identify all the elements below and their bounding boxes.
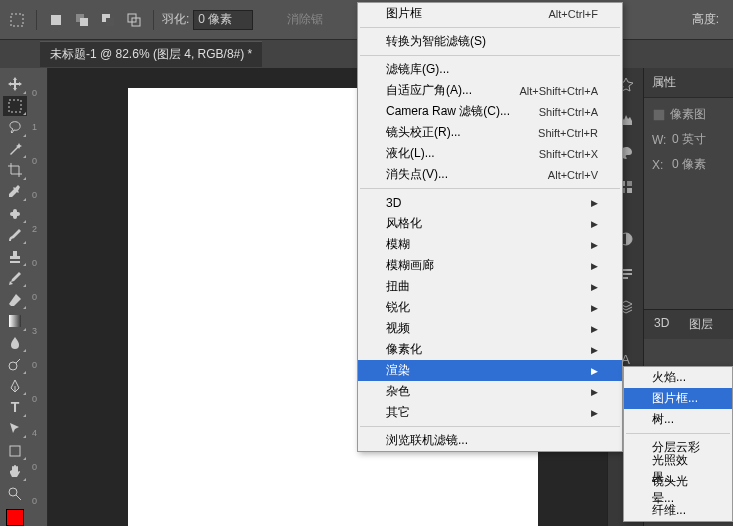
filter-menu-item-19[interactable]: 渲染▶ [358,360,622,381]
filter-menu-item-14[interactable]: 模糊画廊▶ [358,255,622,276]
menu-item-label: 图片框... [652,390,698,407]
history-brush-tool[interactable] [3,268,27,289]
menu-item-label: 液化(L)... [386,145,435,162]
blur-tool[interactable] [3,333,27,354]
tab-layers[interactable]: 图层 [679,310,723,339]
tool-preset-icon[interactable] [6,9,28,31]
menu-item-label: Camera Raw 滤镜(C)... [386,103,510,120]
crop-tool[interactable] [3,160,27,181]
filter-menu-item-8[interactable]: 液化(L)...Shift+Ctrl+X [358,143,622,164]
height-label: 高度: [692,11,719,28]
filter-menu-item-18[interactable]: 像素化▶ [358,339,622,360]
feather-input[interactable] [193,10,253,30]
filter-menu-item-13[interactable]: 模糊▶ [358,234,622,255]
menu-item-label: 图片框 [386,5,422,22]
marquee-tool[interactable] [3,96,27,117]
render-submenu-item-2[interactable]: 树... [624,409,732,430]
filter-menu-item-16[interactable]: 锐化▶ [358,297,622,318]
hand-tool[interactable] [3,462,27,483]
pen-tool[interactable] [3,376,27,397]
gradient-tool[interactable] [3,311,27,332]
pixel-layer-label: 像素图 [670,106,706,123]
menu-shortcut: Shift+Ctrl+A [539,106,598,118]
svg-rect-8 [9,100,21,112]
menu-shortcut: Alt+Shift+Ctrl+A [519,85,598,97]
shape-tool[interactable] [3,440,27,461]
menu-shortcut: Shift+Ctrl+X [539,148,598,160]
svg-point-14 [9,488,17,496]
foreground-color[interactable] [6,509,24,526]
menu-shortcut: Alt+Ctrl+F [548,8,598,20]
x-label: X: [652,158,668,172]
filter-menu-item-12[interactable]: 风格化▶ [358,213,622,234]
heal-tool[interactable] [3,203,27,224]
selection-intersect-icon[interactable] [123,9,145,31]
svg-rect-5 [106,18,114,26]
render-submenu-item-1[interactable]: 图片框... [624,388,732,409]
eraser-tool[interactable] [3,289,27,310]
filter-menu: 图片框Alt+Ctrl+F转换为智能滤镜(S)滤镜库(G)...自适应广角(A)… [357,2,623,452]
render-submenu-item-0[interactable]: 火焰... [624,367,732,388]
svg-rect-3 [80,18,88,26]
menu-item-label: 杂色 [386,383,410,400]
menu-item-label: 风格化 [386,215,422,232]
menu-item-label: 浏览联机滤镜... [386,432,468,449]
menu-item-label: 3D [386,196,401,210]
menu-item-label: 模糊 [386,236,410,253]
path-select-tool[interactable] [3,419,27,440]
brush-tool[interactable] [3,225,27,246]
lasso-tool[interactable] [3,117,27,138]
svg-rect-11 [9,315,21,327]
document-tab-label: 未标题-1 @ 82.6% (图层 4, RGB/8#) * [50,47,252,61]
submenu-arrow-icon: ▶ [591,198,598,208]
antialias-label: 消除锯 [287,11,323,28]
filter-menu-item-21[interactable]: 其它▶ [358,402,622,423]
filter-menu-item-2[interactable]: 转换为智能滤镜(S) [358,31,622,52]
menu-item-label: 镜头校正(R)... [386,124,461,141]
menu-item-label: 滤镜库(G)... [386,61,449,78]
filter-menu-item-9[interactable]: 消失点(V)...Alt+Ctrl+V [358,164,622,185]
menu-item-label: 其它 [386,404,410,421]
filter-menu-item-11[interactable]: 3D▶ [358,192,622,213]
selection-add-icon[interactable] [71,9,93,31]
filter-menu-item-20[interactable]: 杂色▶ [358,381,622,402]
filter-menu-item-23[interactable]: 浏览联机滤镜... [358,430,622,451]
menu-item-label: 视频 [386,320,410,337]
selection-new-icon[interactable] [45,9,67,31]
render-submenu-item-7[interactable]: 纤维... [624,500,732,521]
filter-menu-item-6[interactable]: Camera Raw 滤镜(C)...Shift+Ctrl+A [358,101,622,122]
filter-menu-item-7[interactable]: 镜头校正(R)...Shift+Ctrl+R [358,122,622,143]
submenu-arrow-icon: ▶ [591,408,598,418]
submenu-arrow-icon: ▶ [591,282,598,292]
menu-item-label: 火焰... [652,369,686,386]
menu-shortcut: Alt+Ctrl+V [548,169,598,181]
filter-menu-item-4[interactable]: 滤镜库(G)... [358,59,622,80]
stamp-tool[interactable] [3,246,27,267]
filter-menu-item-17[interactable]: 视频▶ [358,318,622,339]
filter-menu-item-15[interactable]: 扭曲▶ [358,276,622,297]
type-tool[interactable]: T [3,397,27,418]
move-tool[interactable] [3,74,27,95]
properties-panel-header[interactable]: 属性 [644,68,733,98]
wand-tool[interactable] [3,139,27,160]
submenu-arrow-icon: ▶ [591,387,598,397]
menu-item-label: 消失点(V)... [386,166,448,183]
selection-subtract-icon[interactable] [97,9,119,31]
zoom-tool[interactable] [3,483,27,504]
render-submenu-item-6[interactable]: 镜头光晕... [624,479,732,500]
svg-point-12 [9,362,17,370]
svg-rect-23 [654,109,665,120]
tab-3d[interactable]: 3D [644,310,679,339]
filter-menu-item-0[interactable]: 图片框Alt+Ctrl+F [358,3,622,24]
dodge-tool[interactable] [3,354,27,375]
filter-menu-item-5[interactable]: 自适应广角(A)...Alt+Shift+Ctrl+A [358,80,622,101]
eyedropper-tool[interactable] [3,182,27,203]
svg-rect-18 [627,188,632,193]
menu-item-label: 纤维... [652,502,686,519]
svg-rect-16 [627,181,632,186]
menu-item-label: 树... [652,411,674,428]
menu-shortcut: Shift+Ctrl+R [538,127,598,139]
document-tab[interactable]: 未标题-1 @ 82.6% (图层 4, RGB/8#) * [40,41,262,67]
menu-item-label: 像素化 [386,341,422,358]
svg-rect-13 [10,446,20,456]
